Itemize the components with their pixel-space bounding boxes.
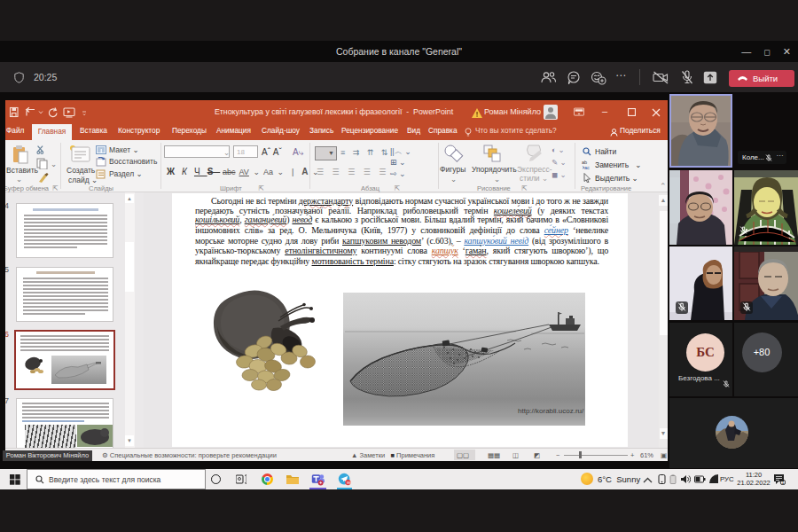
svg-text:http://korabli.ucoz.ru/: http://korabli.ucoz.ru/: [518, 407, 584, 415]
svg-text:99: 99: [347, 481, 351, 485]
svg-text:ac: ac: [584, 165, 590, 170]
svg-text:1: 1: [782, 481, 785, 485]
